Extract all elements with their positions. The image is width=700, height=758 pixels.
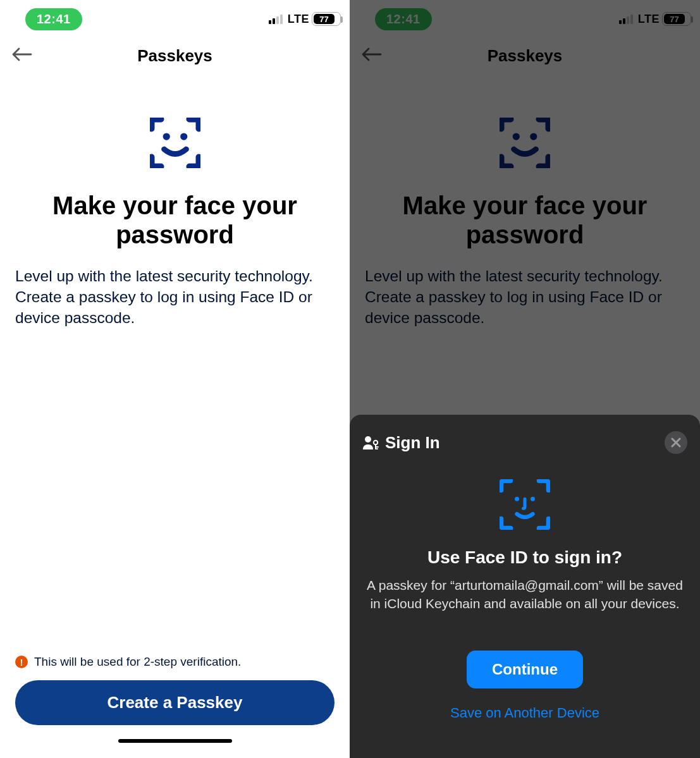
arrow-left-icon: [11, 47, 33, 62]
continue-button[interactable]: Continue: [467, 651, 583, 688]
svg-rect-3: [280, 15, 283, 24]
svg-point-15: [531, 497, 535, 501]
sheet-header-label: Sign In: [385, 433, 440, 453]
sheet-title: Use Face ID to sign in?: [427, 547, 622, 568]
signal-icon: [269, 14, 285, 24]
page-title: Passkeys: [137, 46, 212, 66]
svg-point-4: [163, 133, 169, 140]
status-bar: 12:41 LTE 77: [0, 0, 350, 38]
create-passkey-button[interactable]: Create a Passkey: [15, 680, 335, 725]
faceid-icon: [500, 479, 550, 530]
svg-rect-2: [276, 16, 279, 24]
close-icon: [671, 437, 681, 448]
svg-rect-1: [273, 18, 275, 24]
svg-rect-0: [269, 20, 271, 24]
alert-icon: !: [15, 656, 28, 668]
status-right: LTE 77: [269, 12, 341, 26]
svg-point-14: [515, 497, 519, 501]
faceid-icon: [150, 118, 200, 168]
svg-point-5: [180, 133, 187, 140]
info-row: ! This will be used for 2-step verificat…: [15, 655, 335, 669]
sheet-body: A passkey for “arturtomaila@gmail.com” w…: [362, 577, 687, 613]
status-time: 12:41: [25, 8, 82, 30]
hero-body: Level up with the latest security techno…: [15, 266, 335, 328]
nav-header: Passkeys: [0, 38, 350, 73]
status-battery: 77: [314, 14, 335, 24]
close-button[interactable]: [665, 431, 687, 454]
hero-title: Make your face your password: [15, 191, 335, 249]
footer: ! This will be used for 2-step verificat…: [0, 649, 350, 758]
back-button[interactable]: [11, 47, 33, 64]
sheet-header: Sign In: [362, 431, 687, 454]
main-content: Make your face your password Level up wi…: [0, 73, 350, 649]
home-indicator[interactable]: [118, 739, 232, 743]
save-another-device-link[interactable]: Save on Another Device: [450, 705, 599, 721]
info-text: This will be used for 2-step verificatio…: [34, 655, 241, 669]
battery-icon: 77: [312, 12, 341, 26]
person-key-icon: [362, 435, 380, 450]
status-network: LTE: [288, 13, 309, 26]
signin-sheet: Sign In Use Face ID to sign in? A passke…: [350, 415, 700, 758]
svg-point-12: [365, 436, 371, 443]
